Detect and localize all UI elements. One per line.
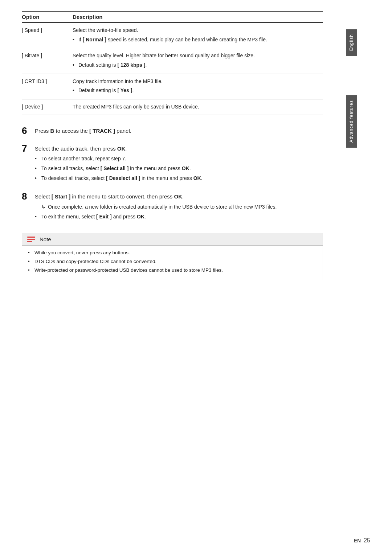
list-item: To exit the menu, select [ Exit ] and pr… [35, 213, 323, 221]
list-item: While you convert, never press any butto… [28, 249, 317, 257]
option-description: The created MP3 files can only be saved … [73, 99, 323, 115]
option-label: [ CRT ID3 ] [22, 74, 73, 99]
table-row: [ CRT ID3 ] Copy track information into … [22, 74, 323, 99]
note-box: Note While you convert, never press any … [22, 233, 323, 280]
step-number-7: 7 [22, 143, 35, 154]
step-number-6: 6 [22, 125, 35, 136]
list-item: DTS CDs and copy-protected CDs cannot be… [28, 258, 317, 265]
option-description: Select the quality level. Higher bitrate… [73, 48, 323, 74]
table-row: [ Device ] The created MP3 files can onl… [22, 99, 323, 115]
note-body: While you convert, never press any butto… [22, 246, 323, 280]
option-label: [ Bitrate ] [22, 48, 73, 74]
sidebar-english-tab: English [346, 29, 357, 56]
table-row: [ Speed ] Select the write-to-file speed… [22, 22, 323, 48]
page-number: 25 [364, 537, 370, 544]
arrow-note: ↳ Once complete, a new folder is created… [41, 203, 323, 211]
language-label: EN [354, 538, 361, 543]
list-item: Write-protected or password-protected US… [28, 267, 317, 274]
option-description: Copy track information into the MP3 file… [73, 74, 323, 99]
step-8: 8 Select [ Start ] in the menu to start … [22, 191, 323, 222]
sidebar-advanced-tab: Advanced features [346, 95, 357, 148]
step-6: 6 Press B to access the [ TRACK ] panel. [22, 125, 323, 136]
note-label: Note [40, 236, 51, 242]
step-8-content: Select [ Start ] in the menu to start to… [35, 191, 323, 222]
step-7-content: Select the audio track, then press OK. T… [35, 143, 323, 184]
list-item: To deselect all tracks, select [ Deselec… [35, 175, 323, 182]
page-footer: EN 25 [354, 537, 370, 544]
col-header-description: Description [73, 11, 323, 22]
step-number-8: 8 [22, 191, 35, 202]
option-label: [ Speed ] [22, 22, 73, 48]
option-label: [ Device ] [22, 99, 73, 115]
list-item: To select another track, repeat step 7. [35, 155, 323, 163]
note-header: Note [22, 233, 323, 246]
options-table: Option Description [ Speed ] Select the … [22, 11, 323, 115]
col-header-option: Option [22, 11, 73, 22]
step-6-content: Press B to access the [ TRACK ] panel. [35, 125, 323, 135]
list-item: To select all tracks, select [ Select al… [35, 165, 323, 172]
step-7: 7 Select the audio track, then press OK.… [22, 143, 323, 184]
option-description: Select the write-to-file speed. If [ Nor… [73, 22, 323, 48]
note-icon [27, 237, 35, 242]
table-row: [ Bitrate ] Select the quality level. Hi… [22, 48, 323, 74]
side-tabs: English Advanced features [345, 0, 358, 554]
